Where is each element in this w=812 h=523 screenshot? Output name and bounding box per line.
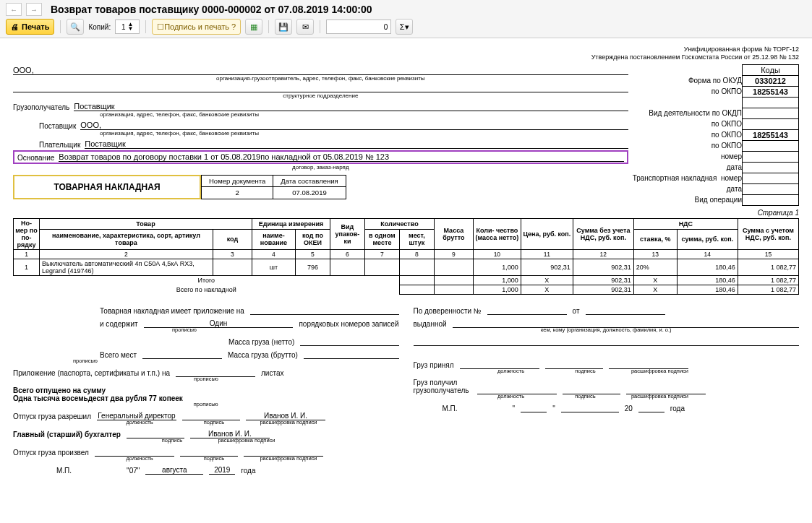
dolzh-3: должность	[471, 368, 551, 374]
struct-sub: структурное подразделение	[13, 92, 628, 99]
col-num: Но- мер по по- рядку	[14, 218, 40, 249]
dolzh-4: должность	[471, 393, 551, 399]
ot-label: от	[573, 307, 580, 315]
gruz-prinyal-label: Груз принял	[414, 361, 454, 369]
pril2-label: Приложение (паспорта, сертификаты и т.п.…	[13, 369, 170, 377]
podpis-3: подпись	[185, 455, 243, 462]
table-row: 1 Выключатель автоматический 4п С50А 4,5…	[14, 259, 799, 275]
col-brutto: Масса брутто	[434, 218, 473, 249]
date-day: "07"	[127, 467, 140, 475]
gl-buh-label: Главный (старший) бухгалтер	[13, 431, 121, 438]
col-ed-name: наиме- нование	[252, 230, 295, 249]
okud-label: Форма по ОКУД	[633, 75, 743, 86]
rassh-3: расшифровка подписи	[249, 455, 328, 462]
vsego-otp-label: Всего отпущено на сумму	[13, 386, 399, 394]
toolbar: ← → Возврат товаров поставщику 0000-0000…	[0, 0, 812, 38]
form-info-2: Утверждена постановлением Госкомстата Ро…	[591, 53, 799, 61]
okpo2-label: по ОКПО	[633, 118, 743, 129]
nav-forward-button[interactable]: →	[26, 3, 42, 16]
itogo-label: Итого	[14, 275, 400, 285]
codes-header: Коды	[743, 64, 799, 75]
listah-label: листах	[261, 369, 283, 377]
post-sub: организация, адрес, телефон, факс, банко…	[100, 130, 628, 137]
trans-nakl-label: Транспортная накладная	[633, 174, 717, 182]
document-body: Унифицированная форма № ТОРГ-12 Утвержде…	[0, 38, 812, 489]
gruz-poluchil-label: Груз получил грузополучатель	[414, 379, 471, 394]
mp-right: М.П.	[443, 405, 458, 412]
okdp-label: Вид деятельности по ОКДП	[633, 108, 743, 118]
print-button[interactable]: 🖨Печать	[6, 19, 54, 35]
org-sub: организация-грузоотправитель, адрес, тел…	[13, 75, 628, 82]
rassh-5: расшифровка подписи	[620, 393, 700, 399]
osn-sub: договор, заказ-наряд	[13, 164, 628, 170]
podpis-2: подпись	[143, 437, 201, 444]
zero-field[interactable]: 0	[326, 20, 391, 34]
nomer-label-1: номер	[633, 151, 743, 162]
page-label: Страница 1	[13, 209, 799, 217]
gruz-label: Грузополучатель	[13, 103, 74, 111]
footer: Товарная накладная имеет приложение на и…	[13, 302, 799, 475]
col-netto: Коли- чество (масса нетто)	[473, 218, 521, 249]
docnum-value: 2	[202, 187, 273, 199]
col-tov-name: наименование, характеристика, сорт, арти…	[39, 230, 213, 249]
okud-value: 0330212	[743, 75, 799, 86]
main-table: Но- мер по по- рядку Товар Единица измер…	[13, 218, 799, 295]
grid-button[interactable]: ▦	[245, 19, 262, 35]
gruz-sub: организация, адрес, телефон, факс, банко…	[100, 111, 628, 118]
podpis-5: подпись	[557, 393, 615, 399]
vydannoi-label: выданной	[414, 320, 447, 328]
col-ed-okei: код по ОКЕИ	[295, 230, 330, 249]
date-year: 2019	[209, 466, 235, 475]
okpo1-value: 18255143	[743, 86, 799, 97]
propisyu-2: прописью	[13, 358, 158, 364]
col-nds-sum: сумма, руб. коп.	[677, 230, 738, 249]
date-month: августа	[145, 466, 203, 475]
po-dover-label: По доверенности №	[414, 307, 482, 315]
codes-column: Коды Форма по ОКУД0330212 по ОКПО1825514…	[633, 64, 799, 206]
sigma-button[interactable]: Σ▾	[396, 19, 413, 35]
otp-razr-label: Отпуск груза разрешил	[13, 412, 91, 420]
docnum-header: Номер документа	[202, 175, 273, 187]
otp-proizvel-label: Отпуск груза произвел	[13, 449, 89, 457]
goda-1: года	[241, 467, 255, 475]
mp-left: М.П.	[56, 467, 72, 475]
nav-back-button[interactable]: ←	[6, 3, 22, 16]
col-kol: Количество	[364, 218, 434, 230]
col-nds: НДС	[633, 218, 738, 230]
por-label: порядковых номеров записей	[299, 320, 398, 328]
dolzh-1: должность	[100, 419, 179, 425]
col-ed: Единица измерения	[252, 218, 330, 230]
preview-button[interactable]: 🔍	[67, 19, 84, 35]
col-tov-code: код	[213, 230, 252, 249]
rassh-1: расшифровка подписи	[249, 419, 328, 425]
org-value: ООО,	[13, 66, 628, 75]
document-title: Возврат товаров поставщику 0000-000002 о…	[51, 4, 372, 15]
save-button[interactable]: 💾	[275, 19, 292, 35]
mass-brutto-label: Масса груза (брутто)	[228, 351, 298, 359]
vsego-label: Всего по накладной	[14, 285, 400, 294]
plat-value: Поставщик	[85, 139, 628, 149]
sod-value: Один	[144, 319, 294, 328]
data-label-1: дата	[633, 162, 743, 173]
pril-label: Товарная накладная имеет приложение на	[100, 307, 244, 315]
dolzh-2: должность	[100, 455, 179, 462]
okpo3-value: 18255143	[743, 129, 799, 140]
col-sums: Сумма с учетом НДС, руб. коп.	[738, 218, 798, 249]
okpo1-label: по ОКПО	[633, 86, 743, 97]
col-kol-mest: мест, штук	[399, 230, 434, 249]
col-cena: Цена, руб. коп.	[521, 218, 573, 249]
form-info-1: Унифицированная форма № ТОРГ-12	[591, 46, 799, 53]
sign-and-print-button[interactable]: ☐ Подпись и печать ?	[152, 19, 241, 35]
copies-label: Копий:	[88, 23, 111, 31]
vid-oper-label: Вид операции	[633, 194, 743, 205]
post-value: ООО,	[80, 121, 628, 130]
col-sumbez: Сумма без учета НДС, руб. коп.	[573, 218, 633, 249]
email-button[interactable]: ✉	[296, 19, 314, 35]
data-label-2: дата	[633, 183, 743, 194]
date-value: 07.08.2019	[273, 187, 346, 199]
plat-label: Плательщик	[39, 141, 85, 149]
sod-label: и содержит	[100, 320, 138, 328]
gruz-value: Поставщик	[74, 102, 628, 111]
col-kol-vm: в одном месте	[364, 230, 399, 249]
copies-input[interactable]: 1▲▼	[115, 20, 140, 34]
